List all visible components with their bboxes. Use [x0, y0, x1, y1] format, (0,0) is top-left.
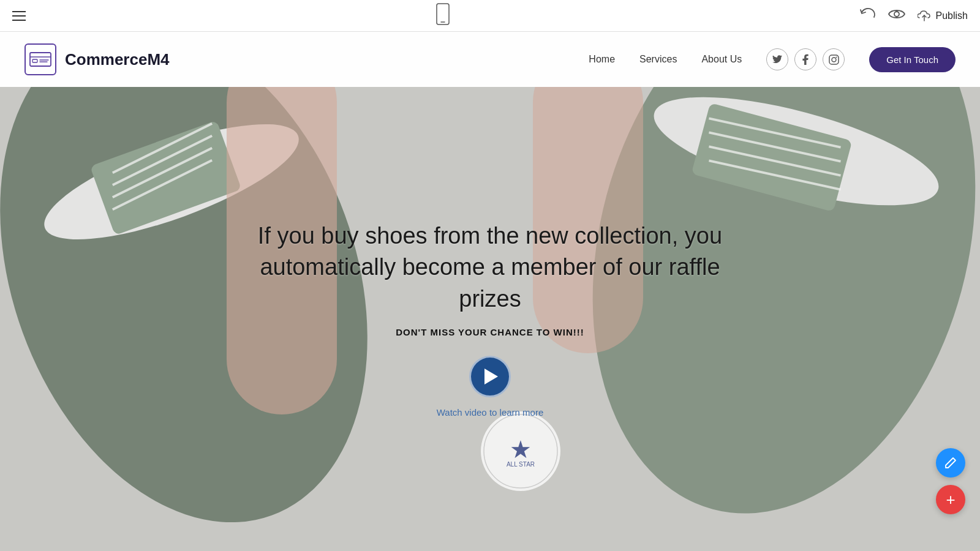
play-video-button[interactable] — [469, 356, 511, 397]
logo-icon — [24, 43, 56, 75]
play-button-wrap: Watch video to learn more — [257, 356, 723, 418]
svg-rect-6 — [32, 59, 37, 62]
hero-background: ★ ALL STAR If you buy shoes from the new… — [0, 87, 980, 551]
publish-button[interactable]: Publish — [918, 10, 968, 21]
svg-rect-9 — [829, 55, 839, 64]
watch-video-link[interactable]: Watch video to learn more — [437, 407, 544, 418]
toolbar-left — [12, 11, 26, 21]
instagram-button[interactable] — [823, 48, 845, 70]
site-logo: CommerceM4 — [24, 43, 170, 75]
undo-button[interactable] — [860, 7, 876, 24]
add-fab-button[interactable]: + — [936, 485, 965, 514]
site-name: CommerceM4 — [65, 50, 170, 69]
svg-point-10 — [832, 58, 836, 62]
svg-point-11 — [835, 56, 837, 58]
hero-content: If you buy shoes from the new collection… — [257, 220, 723, 418]
nav-home[interactable]: Home — [589, 54, 615, 65]
svg-text:★: ★ — [510, 436, 532, 463]
svg-point-2 — [894, 12, 899, 17]
social-icons — [766, 48, 845, 70]
facebook-button[interactable] — [794, 48, 816, 70]
publish-label: Publish — [936, 10, 968, 21]
site-nav: Home Services About Us — [589, 47, 956, 72]
phone-icon — [436, 3, 450, 29]
twitter-button[interactable] — [766, 48, 788, 70]
hero-section: ★ ALL STAR If you buy shoes from the new… — [0, 87, 980, 551]
nav-about-us[interactable]: About Us — [701, 54, 742, 65]
preview-button[interactable] — [888, 8, 905, 23]
edit-fab-button[interactable] — [936, 448, 965, 478]
site-header: CommerceM4 Home Services About Us — [0, 32, 980, 87]
site-preview: CommerceM4 Home Services About Us — [0, 32, 980, 551]
menu-icon[interactable] — [12, 11, 26, 21]
nav-services[interactable]: Services — [639, 54, 677, 65]
toolbar-right: Publish — [860, 7, 968, 24]
toolbar-center — [436, 3, 450, 29]
hero-subtext: DON'T MISS YOUR CHANCE TO WIN!!! — [257, 327, 723, 337]
svg-rect-0 — [437, 4, 449, 24]
svg-text:ALL STAR: ALL STAR — [507, 461, 535, 468]
hero-headline: If you buy shoes from the new collection… — [257, 220, 723, 315]
play-icon — [484, 369, 498, 384]
get-in-touch-button[interactable]: Get In Touch — [869, 47, 956, 72]
top-toolbar: Publish — [0, 0, 980, 32]
